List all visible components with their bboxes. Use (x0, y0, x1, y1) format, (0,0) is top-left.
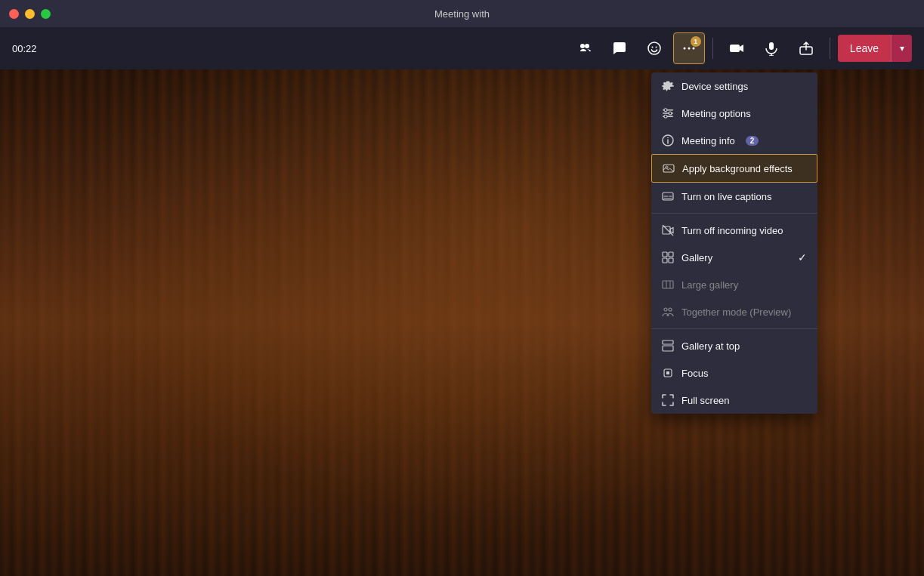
svg-point-3 (683, 48, 685, 50)
background-icon (663, 162, 675, 174)
participants-button[interactable] (569, 32, 601, 64)
menu-label-gallery-top: Gallery at top (681, 340, 740, 352)
svg-point-19 (667, 137, 669, 139)
menu-item-device-settings[interactable]: Device settings (651, 72, 817, 100)
info-icon (662, 134, 674, 146)
menu-item-meeting-info[interactable]: Meeting info 2 (651, 127, 817, 154)
svg-rect-28 (669, 252, 673, 257)
maximize-button[interactable] (41, 9, 51, 19)
video-off-icon (662, 224, 674, 236)
menu-item-together-mode[interactable]: Together mode (Preview) (651, 298, 817, 325)
options-icon (662, 107, 674, 119)
menu-item-large-gallery[interactable]: Large gallery (651, 271, 817, 298)
reactions-button[interactable] (638, 32, 670, 64)
svg-point-14 (664, 109, 667, 112)
menu-label-apply-background: Apply background effects (682, 163, 793, 174)
meeting-timer: 00:22 (12, 43, 37, 54)
chat-icon (612, 41, 627, 56)
mic-button[interactable] (756, 32, 787, 64)
menu-label-device-settings: Device settings (681, 81, 748, 92)
traffic-lights (9, 9, 51, 19)
focus-icon (662, 367, 674, 379)
camera-button[interactable] (721, 32, 752, 64)
window-title: Meeting with (434, 8, 490, 20)
gallery-icon (662, 251, 674, 263)
svg-point-4 (688, 48, 690, 50)
video-area: Device settings Meeting options (0, 69, 924, 576)
divider (712, 38, 713, 59)
share-button[interactable] (790, 32, 822, 64)
svg-point-15 (669, 112, 672, 115)
menu-label-focus: Focus (681, 368, 708, 379)
svg-rect-37 (663, 346, 673, 351)
menu-item-gallery-top[interactable]: Gallery at top (651, 332, 817, 359)
leave-button[interactable]: Leave (838, 35, 891, 62)
reactions-icon (647, 41, 662, 56)
captions-icon (662, 190, 674, 202)
fullscreen-icon (662, 394, 674, 406)
svg-rect-7 (769, 42, 774, 50)
menu-label-meeting-info: Meeting info (681, 135, 735, 146)
svg-rect-39 (666, 371, 669, 374)
close-button[interactable] (9, 9, 19, 19)
minimize-button[interactable] (25, 9, 35, 19)
svg-rect-27 (663, 252, 667, 257)
camera-icon (729, 41, 744, 56)
dropdown-menu: Device settings Meeting options (651, 72, 817, 414)
menu-label-large-gallery: Large gallery (681, 279, 738, 291)
titlebar: Meeting with (0, 0, 924, 27)
menu-item-full-screen[interactable]: Full screen (651, 387, 817, 414)
svg-point-16 (664, 115, 667, 118)
separator-2 (651, 328, 817, 329)
leave-chevron-button[interactable]: ▾ (891, 35, 912, 62)
menu-item-meeting-options[interactable]: Meeting options (651, 100, 817, 127)
menu-label-gallery: Gallery (681, 252, 712, 263)
menu-item-gallery[interactable]: Gallery ✓ (651, 244, 817, 271)
svg-rect-6 (730, 45, 740, 52)
svg-rect-36 (663, 340, 673, 344)
svg-rect-31 (663, 281, 673, 288)
svg-point-5 (692, 48, 694, 50)
menu-item-turn-off-video[interactable]: Turn off incoming video (651, 217, 817, 244)
menu-item-focus[interactable]: Focus (651, 359, 817, 387)
divider2 (830, 38, 830, 59)
svg-point-35 (669, 308, 672, 311)
large-gallery-icon (662, 279, 674, 291)
together-icon (662, 306, 674, 318)
topbar: 00:22 1 (0, 27, 924, 69)
badge: 1 (691, 36, 701, 47)
svg-point-34 (664, 308, 667, 311)
menu-item-live-captions[interactable]: Turn on live captions (651, 183, 817, 210)
share-icon (799, 41, 814, 56)
menu-label-full-screen: Full screen (681, 395, 730, 406)
gear-icon (662, 80, 674, 92)
svg-rect-30 (669, 258, 673, 263)
svg-point-0 (648, 42, 660, 54)
participants-icon (577, 41, 592, 56)
menu-label-turn-off-video: Turn off incoming video (681, 225, 783, 236)
gallery-check: ✓ (798, 251, 807, 263)
menu-label-meeting-options: Meeting options (681, 108, 751, 119)
more-options-button[interactable]: 1 (673, 32, 705, 64)
separator-1 (651, 213, 817, 214)
leave-group: Leave ▾ (838, 35, 912, 62)
chevron-down-icon: ▾ (900, 43, 904, 54)
svg-rect-29 (663, 258, 667, 263)
svg-point-1 (651, 47, 653, 48)
mic-icon (764, 41, 779, 56)
chat-button[interactable] (604, 32, 635, 64)
svg-point-2 (655, 47, 657, 48)
menu-label-live-captions: Turn on live captions (681, 191, 771, 202)
meeting-info-badge: 2 (746, 136, 759, 146)
menu-label-together-mode: Together mode (Preview) (681, 306, 791, 318)
menu-item-apply-background[interactable]: Apply background effects (651, 154, 817, 183)
topbar-controls: 1 (569, 32, 912, 64)
gallery-top-icon (662, 340, 674, 352)
